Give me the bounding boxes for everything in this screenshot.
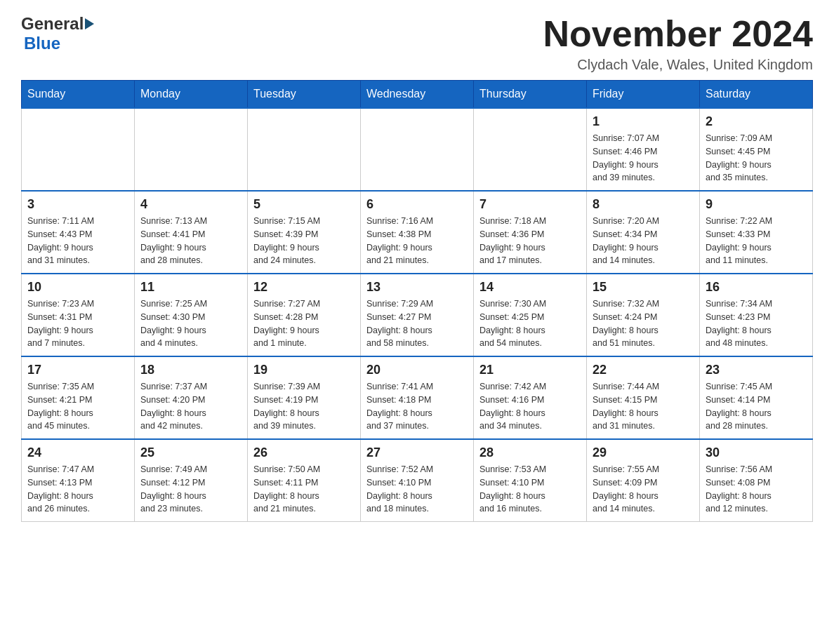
page-header: General Blue November 2024 Clydach Vale,… xyxy=(21,14,813,73)
day-number: 10 xyxy=(27,280,128,295)
calendar-day-cell: 4Sunrise: 7:13 AM Sunset: 4:41 PM Daylig… xyxy=(135,191,248,274)
day-number: 25 xyxy=(140,445,241,460)
calendar-header-friday: Friday xyxy=(587,81,700,109)
day-number: 20 xyxy=(366,363,468,377)
calendar-day-cell xyxy=(474,108,587,191)
day-info: Sunrise: 7:18 AM Sunset: 4:36 PM Dayligh… xyxy=(479,215,581,267)
day-info: Sunrise: 7:50 AM Sunset: 4:11 PM Dayligh… xyxy=(253,463,355,516)
day-number: 12 xyxy=(253,280,355,295)
calendar-day-cell: 20Sunrise: 7:41 AM Sunset: 4:18 PM Dayli… xyxy=(361,356,474,439)
day-info: Sunrise: 7:07 AM Sunset: 4:46 PM Dayligh… xyxy=(593,132,694,185)
day-number: 30 xyxy=(706,445,807,460)
day-info: Sunrise: 7:55 AM Sunset: 4:09 PM Dayligh… xyxy=(593,463,694,516)
calendar-day-cell: 13Sunrise: 7:29 AM Sunset: 4:27 PM Dayli… xyxy=(361,274,474,356)
day-number: 1 xyxy=(593,114,694,129)
day-number: 24 xyxy=(27,445,128,460)
title-area: November 2024 Clydach Vale, Wales, Unite… xyxy=(543,14,813,73)
day-info: Sunrise: 7:44 AM Sunset: 4:15 PM Dayligh… xyxy=(593,380,694,433)
calendar-day-cell: 19Sunrise: 7:39 AM Sunset: 4:19 PM Dayli… xyxy=(248,356,361,439)
calendar-week-row: 1Sunrise: 7:07 AM Sunset: 4:46 PM Daylig… xyxy=(22,108,813,191)
calendar-day-cell: 12Sunrise: 7:27 AM Sunset: 4:28 PM Dayli… xyxy=(248,274,361,356)
day-number: 26 xyxy=(253,445,355,460)
day-info: Sunrise: 7:49 AM Sunset: 4:12 PM Dayligh… xyxy=(140,463,241,516)
day-info: Sunrise: 7:42 AM Sunset: 4:16 PM Dayligh… xyxy=(479,380,581,433)
calendar-day-cell xyxy=(135,108,248,191)
calendar-header-saturday: Saturday xyxy=(700,81,813,109)
day-number: 16 xyxy=(706,280,807,295)
calendar-day-cell: 9Sunrise: 7:22 AM Sunset: 4:33 PM Daylig… xyxy=(700,191,813,274)
calendar-day-cell: 18Sunrise: 7:37 AM Sunset: 4:20 PM Dayli… xyxy=(135,356,248,439)
day-info: Sunrise: 7:32 AM Sunset: 4:24 PM Dayligh… xyxy=(593,297,694,350)
day-info: Sunrise: 7:15 AM Sunset: 4:39 PM Dayligh… xyxy=(253,215,355,267)
month-year-title: November 2024 xyxy=(543,14,813,54)
day-info: Sunrise: 7:16 AM Sunset: 4:38 PM Dayligh… xyxy=(366,215,468,267)
day-number: 4 xyxy=(140,197,241,212)
day-number: 28 xyxy=(479,445,581,460)
calendar-day-cell: 29Sunrise: 7:55 AM Sunset: 4:09 PM Dayli… xyxy=(587,439,700,522)
calendar-day-cell: 8Sunrise: 7:20 AM Sunset: 4:34 PM Daylig… xyxy=(587,191,700,274)
calendar-day-cell: 24Sunrise: 7:47 AM Sunset: 4:13 PM Dayli… xyxy=(22,439,135,522)
day-info: Sunrise: 7:45 AM Sunset: 4:14 PM Dayligh… xyxy=(706,380,807,433)
day-info: Sunrise: 7:22 AM Sunset: 4:33 PM Dayligh… xyxy=(706,215,807,267)
calendar-header-row: SundayMondayTuesdayWednesdayThursdayFrid… xyxy=(22,81,813,109)
day-info: Sunrise: 7:27 AM Sunset: 4:28 PM Dayligh… xyxy=(253,297,355,350)
day-number: 2 xyxy=(706,114,807,129)
day-number: 3 xyxy=(27,197,128,212)
calendar-day-cell: 23Sunrise: 7:45 AM Sunset: 4:14 PM Dayli… xyxy=(700,356,813,439)
calendar-header-wednesday: Wednesday xyxy=(361,81,474,109)
calendar-day-cell: 27Sunrise: 7:52 AM Sunset: 4:10 PM Dayli… xyxy=(361,439,474,522)
day-number: 29 xyxy=(593,445,694,460)
calendar-day-cell: 1Sunrise: 7:07 AM Sunset: 4:46 PM Daylig… xyxy=(587,108,700,191)
day-info: Sunrise: 7:35 AM Sunset: 4:21 PM Dayligh… xyxy=(27,380,128,433)
calendar-header-sunday: Sunday xyxy=(22,81,135,109)
day-number: 27 xyxy=(366,445,468,460)
calendar-day-cell: 2Sunrise: 7:09 AM Sunset: 4:45 PM Daylig… xyxy=(700,108,813,191)
day-info: Sunrise: 7:37 AM Sunset: 4:20 PM Dayligh… xyxy=(140,380,241,433)
day-info: Sunrise: 7:23 AM Sunset: 4:31 PM Dayligh… xyxy=(27,297,128,350)
day-number: 13 xyxy=(366,280,468,295)
calendar-day-cell: 14Sunrise: 7:30 AM Sunset: 4:25 PM Dayli… xyxy=(474,274,587,356)
calendar-week-row: 10Sunrise: 7:23 AM Sunset: 4:31 PM Dayli… xyxy=(22,274,813,356)
day-info: Sunrise: 7:41 AM Sunset: 4:18 PM Dayligh… xyxy=(366,380,468,433)
day-info: Sunrise: 7:47 AM Sunset: 4:13 PM Dayligh… xyxy=(27,463,128,516)
calendar-day-cell: 25Sunrise: 7:49 AM Sunset: 4:12 PM Dayli… xyxy=(135,439,248,522)
calendar-header-tuesday: Tuesday xyxy=(248,81,361,109)
day-info: Sunrise: 7:52 AM Sunset: 4:10 PM Dayligh… xyxy=(366,463,468,516)
day-info: Sunrise: 7:09 AM Sunset: 4:45 PM Dayligh… xyxy=(706,132,807,185)
calendar-day-cell: 3Sunrise: 7:11 AM Sunset: 4:43 PM Daylig… xyxy=(22,191,135,274)
day-number: 22 xyxy=(593,363,694,377)
day-info: Sunrise: 7:34 AM Sunset: 4:23 PM Dayligh… xyxy=(706,297,807,350)
calendar-day-cell: 7Sunrise: 7:18 AM Sunset: 4:36 PM Daylig… xyxy=(474,191,587,274)
day-info: Sunrise: 7:53 AM Sunset: 4:10 PM Dayligh… xyxy=(479,463,581,516)
calendar-day-cell: 11Sunrise: 7:25 AM Sunset: 4:30 PM Dayli… xyxy=(135,274,248,356)
day-number: 6 xyxy=(366,197,468,212)
logo-arrow-icon xyxy=(85,18,94,29)
day-number: 14 xyxy=(479,280,581,295)
calendar-day-cell: 10Sunrise: 7:23 AM Sunset: 4:31 PM Dayli… xyxy=(22,274,135,356)
calendar-header-monday: Monday xyxy=(135,81,248,109)
day-number: 5 xyxy=(253,197,355,212)
calendar-day-cell: 16Sunrise: 7:34 AM Sunset: 4:23 PM Dayli… xyxy=(700,274,813,356)
day-info: Sunrise: 7:20 AM Sunset: 4:34 PM Dayligh… xyxy=(593,215,694,267)
day-info: Sunrise: 7:13 AM Sunset: 4:41 PM Dayligh… xyxy=(140,215,241,267)
calendar-day-cell: 6Sunrise: 7:16 AM Sunset: 4:38 PM Daylig… xyxy=(361,191,474,274)
day-info: Sunrise: 7:29 AM Sunset: 4:27 PM Dayligh… xyxy=(366,297,468,350)
day-info: Sunrise: 7:30 AM Sunset: 4:25 PM Dayligh… xyxy=(479,297,581,350)
calendar-day-cell xyxy=(361,108,474,191)
day-number: 23 xyxy=(706,363,807,377)
calendar-day-cell xyxy=(22,108,135,191)
day-number: 9 xyxy=(706,197,807,212)
day-number: 7 xyxy=(479,197,581,212)
calendar-week-row: 17Sunrise: 7:35 AM Sunset: 4:21 PM Dayli… xyxy=(22,356,813,439)
day-number: 17 xyxy=(27,363,128,377)
calendar-day-cell: 15Sunrise: 7:32 AM Sunset: 4:24 PM Dayli… xyxy=(587,274,700,356)
calendar-day-cell xyxy=(248,108,361,191)
calendar-week-row: 3Sunrise: 7:11 AM Sunset: 4:43 PM Daylig… xyxy=(22,191,813,274)
day-number: 8 xyxy=(593,197,694,212)
calendar-table: SundayMondayTuesdayWednesdayThursdayFrid… xyxy=(21,80,813,522)
location-subtitle: Clydach Vale, Wales, United Kingdom xyxy=(543,57,813,73)
calendar-day-cell: 5Sunrise: 7:15 AM Sunset: 4:39 PM Daylig… xyxy=(248,191,361,274)
logo-blue-text: Blue xyxy=(24,34,60,53)
calendar-header-thursday: Thursday xyxy=(474,81,587,109)
calendar-week-row: 24Sunrise: 7:47 AM Sunset: 4:13 PM Dayli… xyxy=(22,439,813,522)
